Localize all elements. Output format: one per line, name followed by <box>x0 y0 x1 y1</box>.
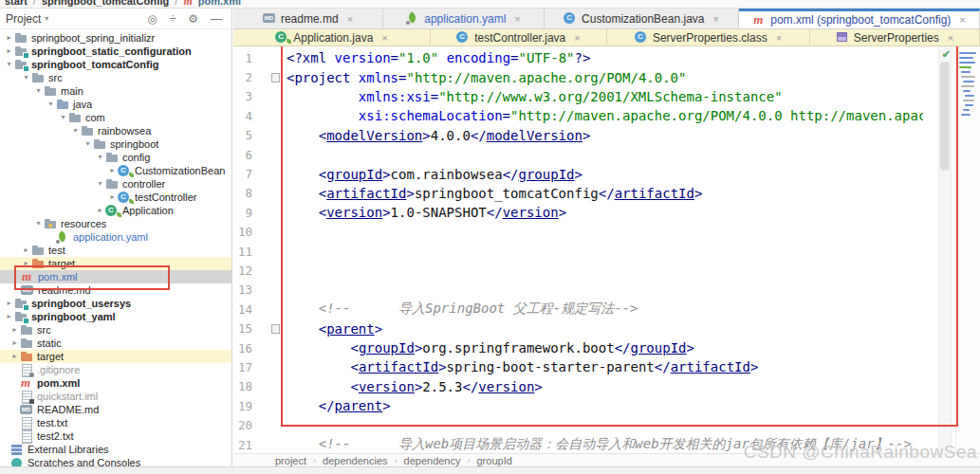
expand-arrow-icon[interactable]: ▸ <box>4 297 14 310</box>
tree-item-springboot-yaml[interactable]: ▸springboot_yaml <box>0 310 231 323</box>
tree-item-main[interactable]: ▾main <box>0 84 231 98</box>
folder-icon <box>105 178 120 191</box>
collapse-all-icon[interactable]: ÷ <box>170 12 176 26</box>
expand-arrow-icon[interactable]: ▸ <box>9 323 20 337</box>
close-icon[interactable]: × <box>574 32 580 44</box>
breadcrumb-item[interactable]: springboot_tomcatConfig <box>42 0 169 7</box>
code-text: <modelVersion>4.0.0</modelVersion> <box>287 128 590 143</box>
tree-item-resources[interactable]: ▾resources <box>0 217 231 230</box>
tree-item-test2-txt[interactable]: test2.txt <box>0 429 231 443</box>
hide-icon[interactable]: — <box>211 12 222 26</box>
expand-arrow-icon[interactable]: ▸ <box>9 337 20 350</box>
expand-arrow-icon[interactable]: ▾ <box>33 84 44 98</box>
preview-line <box>963 109 970 111</box>
expand-arrow-icon[interactable]: ▾ <box>95 151 105 164</box>
expand-arrow-icon[interactable]: ▾ <box>21 71 31 84</box>
tree-item-customizationbean[interactable]: ▸CustomizationBean <box>0 164 231 177</box>
tree-item-scratches-and-consoles[interactable]: Scratches and Consoles <box>0 456 231 466</box>
expand-arrow-icon[interactable]: ▸ <box>21 244 31 257</box>
tree-item-static[interactable]: ▸static <box>0 337 231 350</box>
code-editor[interactable]: 1<?xml version="1.0" encoding="UTF-8"?>2… <box>233 48 923 453</box>
preview-line <box>959 66 971 68</box>
line-number: 18 <box>233 379 252 393</box>
expand-arrow-icon[interactable]: ▾ <box>4 58 14 71</box>
expand-arrow-icon[interactable]: ▸ <box>95 204 105 217</box>
close-icon[interactable]: × <box>347 13 353 25</box>
expand-arrow-icon[interactable]: ▸ <box>107 191 118 204</box>
tree-item-springboot-tomcatconfig[interactable]: ▾springboot_tomcatConfig <box>0 58 231 71</box>
expand-arrow-icon[interactable]: ▾ <box>58 111 68 124</box>
gitfile-icon <box>20 364 34 376</box>
expand-arrow-icon[interactable]: ▸ <box>9 350 20 363</box>
tree-item-gitignore[interactable]: .gitignore <box>0 363 231 376</box>
expand-arrow-icon[interactable]: ▸ <box>107 164 118 177</box>
code-line-1: 1<?xml version="1.0" encoding="UTF-8"?> <box>233 48 923 67</box>
tree-item-springboot[interactable]: ▾springboot <box>0 137 231 151</box>
tab-serverproperties-class[interactable]: ServerProperties.class× <box>607 29 810 46</box>
tree-item-target[interactable]: ▸target <box>0 350 231 363</box>
expand-arrow-icon[interactable]: ▾ <box>83 137 93 151</box>
close-icon[interactable]: × <box>948 32 953 44</box>
close-icon[interactable]: × <box>776 32 782 44</box>
tree-item-controller[interactable]: ▾controller <box>0 177 231 191</box>
tree-item-test-txt[interactable]: test.txt <box>0 416 231 429</box>
tree-item-readme-md[interactable]: README.md <box>0 403 231 416</box>
expand-arrow-icon[interactable]: ▸ <box>4 45 14 58</box>
fold-marker-icon[interactable] <box>271 324 280 334</box>
chevron-down-icon[interactable]: ▾ <box>45 14 48 23</box>
tab-customizationbean-java[interactable]: CustomizationBean.java× <box>545 9 739 28</box>
tree-item-rainbowsea[interactable]: ▾rainbowsea <box>0 124 231 137</box>
xml-breadcrumb-item[interactable]: dependency <box>404 455 461 466</box>
tree-item-testcontroller[interactable]: ▸testController <box>0 191 231 204</box>
tree-item-application[interactable]: ▸Application <box>0 204 231 217</box>
tab-application-java[interactable]: Application.java× <box>233 29 431 46</box>
locate-icon[interactable]: ◎ <box>147 12 157 26</box>
project-panel-title[interactable]: Project <box>6 12 41 26</box>
close-icon[interactable]: × <box>959 14 965 26</box>
tab-application-yaml[interactable]: application.yaml× <box>383 9 545 28</box>
tree-item-springboot-usersys[interactable]: ▸springboot_usersys <box>0 297 231 310</box>
close-icon[interactable]: × <box>712 13 718 25</box>
tab-testcontroller-java[interactable]: testController.java× <box>431 29 607 46</box>
tree-item-src[interactable]: ▸src <box>0 323 231 337</box>
tab-serverproperties[interactable]: ServerProperties× <box>810 29 980 46</box>
expand-arrow-icon[interactable]: ▾ <box>70 124 81 137</box>
tree-item-java[interactable]: ▾java <box>0 98 231 111</box>
expand-arrow-icon[interactable]: ▸ <box>4 310 14 323</box>
scrollbar-thumb[interactable] <box>940 62 950 171</box>
tree-item-application-yaml[interactable]: application.yaml <box>0 230 231 244</box>
tree-item-springboot-spring-initializr[interactable]: ▸springboot_spring_initializr <box>0 31 231 45</box>
inspection-ok-checkmark-icon[interactable]: ✔ <box>942 48 951 61</box>
close-icon[interactable]: × <box>381 32 387 44</box>
editor-body[interactable]: 1<?xml version="1.0" encoding="UTF-8"?>2… <box>233 46 980 453</box>
expand-arrow-icon[interactable]: ▸ <box>4 31 14 45</box>
tree-item-quickstart-iml[interactable]: quickstart.iml <box>0 390 231 403</box>
breadcrumb-item[interactable]: pom.xml <box>198 0 241 7</box>
xml-breadcrumb-item[interactable]: project <box>275 455 306 466</box>
fold-marker-icon[interactable] <box>271 73 280 82</box>
editor-scrollbar[interactable] <box>938 46 952 453</box>
tree-item-com[interactable]: ▾com <box>0 111 231 124</box>
close-icon[interactable]: × <box>514 13 520 25</box>
code-line-18: 18 <version>2.5.3</version> <box>233 377 923 396</box>
expand-arrow-icon[interactable]: ▾ <box>46 98 56 111</box>
tree-item-target[interactable]: ▸target <box>0 257 231 270</box>
expand-arrow-icon[interactable]: ▾ <box>95 177 105 191</box>
tree-item-external-libraries[interactable]: External Libraries <box>0 443 231 456</box>
settings-icon[interactable]: ⚙ <box>188 12 198 26</box>
tree-item-src[interactable]: ▾src <box>0 71 231 84</box>
tree-item-readme-md[interactable]: readme.md <box>0 283 231 297</box>
breadcrumb-item[interactable]: start <box>5 0 28 7</box>
tree-item-springboot-static-configuration[interactable]: ▸springboot_static_configuration <box>0 45 231 58</box>
tree-item-pom-xml[interactable]: pom.xml <box>0 270 231 283</box>
tree-item-config[interactable]: ▾config <box>0 151 231 164</box>
tab-readme-md[interactable]: readme.md× <box>233 9 383 28</box>
tab-label: ServerProperties <box>854 31 939 45</box>
tab-pom-xml-springboot-tomcatconfig[interactable]: pom.xml (springboot_tomcatConfig)× <box>739 9 980 28</box>
xml-breadcrumb-item[interactable]: groupId <box>477 455 512 466</box>
tree-item-test[interactable]: ▸test <box>0 244 231 257</box>
tree-item-pom-xml[interactable]: pom.xml <box>0 376 231 390</box>
xml-breadcrumb-item[interactable]: dependencies <box>323 455 388 466</box>
expand-arrow-icon[interactable]: ▾ <box>33 217 44 230</box>
expand-arrow-icon[interactable]: ▸ <box>21 257 31 270</box>
